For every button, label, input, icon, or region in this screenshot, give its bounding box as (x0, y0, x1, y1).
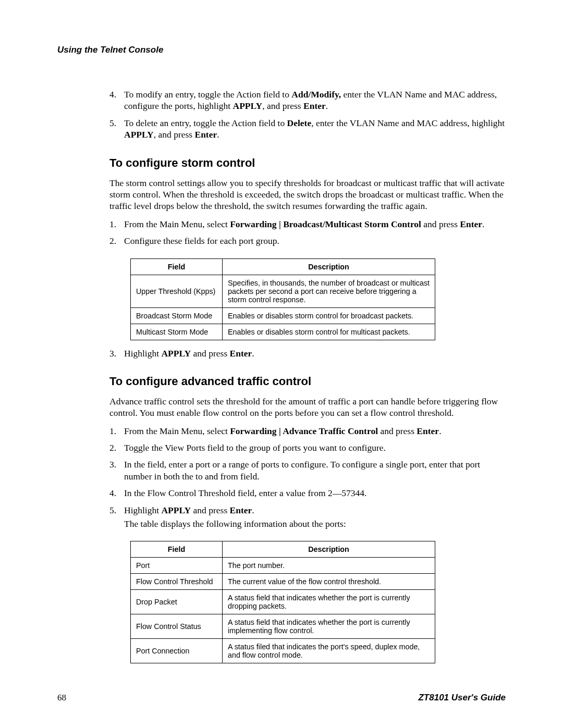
section1-para: The storm control settings allow you to … (109, 177, 506, 212)
table-cell-field: Multicast Storm Mode (131, 324, 223, 340)
list-number: 4. (109, 487, 116, 499)
list-item: 2.Configure these fields for each port g… (109, 235, 506, 246)
list-item: 1.From the Main Menu, select Forwarding … (109, 218, 506, 230)
page: Using the Telnet Console 4.To modify an … (0, 0, 563, 728)
list-text: In the Flow Control Threshold field, ent… (124, 488, 366, 498)
table-cell-desc: The current value of the flow control th… (223, 574, 435, 590)
table-cell-field: Broadcast Storm Mode (131, 307, 223, 324)
table-cell-field: Flow Control Status (131, 614, 223, 639)
list-item: 1.From the Main Menu, select Forwarding … (109, 425, 506, 437)
list-text: Configure these fields for each port gro… (124, 236, 279, 246)
traffic-table: Field Description PortThe port number.Fl… (130, 541, 435, 663)
list-number: 2. (109, 235, 116, 246)
list-text: Highlight APPLY and press Enter. (124, 505, 254, 515)
list-item: 4.In the Flow Control Threshold field, e… (109, 487, 506, 499)
list-text: Highlight APPLY and press Enter. (124, 348, 254, 359)
table-cell-desc: A status filed that indicates the port's… (223, 639, 435, 663)
table-row: PortThe port number. (131, 558, 435, 574)
section-heading-traffic: To configure advanced traffic control (109, 375, 506, 388)
list-text: To modify an entry, toggle the Action fi… (124, 89, 497, 111)
list-number: 3. (109, 459, 116, 470)
list-number: 3. (109, 348, 116, 359)
list-number: 1. (109, 425, 116, 437)
section1-list: 1.From the Main Menu, select Forwarding … (109, 218, 506, 247)
table-cell-field: Flow Control Threshold (131, 574, 223, 590)
table-row: Port ConnectionA status filed that indic… (131, 639, 435, 663)
list-item: 2.Toggle the View Ports field to the gro… (109, 442, 506, 453)
storm-table: Field Description Upper Threshold (Kpps)… (130, 258, 435, 340)
table-cell-field: Port Connection (131, 639, 223, 663)
list-text: Toggle the View Ports field to the group… (124, 442, 386, 453)
table-cell-field: Upper Threshold (Kpps) (131, 275, 223, 307)
table-row: Multicast Storm ModeEnables or disables … (131, 324, 435, 340)
section2-list: 1.From the Main Menu, select Forwarding … (109, 425, 506, 530)
list-number: 2. (109, 442, 116, 453)
list-text: From the Main Menu, select Forwarding | … (124, 426, 442, 436)
table-row: Flow Control ThresholdThe current value … (131, 574, 435, 590)
list-number: 5. (109, 117, 116, 129)
guide-label: ZT8101 User's Guide (418, 693, 506, 703)
table-head-field: Field (131, 258, 223, 275)
list-item: 3.In the field, enter a port or a range … (109, 459, 506, 482)
table-cell-desc: Enables or disables storm control for br… (223, 307, 435, 324)
table-cell-field: Drop Packet (131, 590, 223, 614)
intro-list: 4.To modify an entry, toggle the Action … (109, 89, 506, 141)
table-cell-desc: Enables or disables storm control for mu… (223, 324, 435, 340)
table-head-desc: Description (223, 541, 435, 558)
footer: 68 ZT8101 User's Guide (57, 693, 506, 703)
table-row: Flow Control StatusA status field that i… (131, 614, 435, 639)
list-text: From the Main Menu, select Forwarding | … (124, 219, 484, 229)
list-number: 5. (109, 504, 116, 516)
table-row: Broadcast Storm ModeEnables or disables … (131, 307, 435, 324)
table-row: Upper Threshold (Kpps)Specifies, in thou… (131, 275, 435, 307)
list-number: 4. (109, 89, 116, 100)
page-number: 68 (57, 693, 66, 703)
list-text: In the field, enter a port or a range of… (124, 459, 480, 481)
section2-para: Advance traffic control sets the thresho… (109, 396, 506, 419)
table-cell-desc: A status field that indicates whether th… (223, 614, 435, 639)
list-item: 4.To modify an entry, toggle the Action … (109, 89, 506, 112)
section-heading-storm: To configure storm control (109, 156, 506, 170)
list-text: To delete an entry, toggle the Action fi… (124, 118, 505, 140)
list-number: 1. (109, 218, 116, 230)
running-heading: Using the Telnet Console (57, 45, 506, 55)
body-content: 4.To modify an entry, toggle the Action … (57, 89, 506, 663)
list-item: 5.To delete an entry, toggle the Action … (109, 117, 506, 141)
table-cell-field: Port (131, 558, 223, 574)
table-row: Drop PacketA status field that indicates… (131, 590, 435, 614)
table-head-field: Field (131, 541, 223, 558)
table-head-desc: Description (223, 258, 435, 275)
list-subtext: The table displays the following informa… (124, 518, 506, 529)
list-item: 5.Highlight APPLY and press Enter.The ta… (109, 504, 506, 530)
table-cell-desc: Specifies, in thousands, the number of b… (223, 275, 435, 307)
table-cell-desc: A status field that indicates whether th… (223, 590, 435, 614)
table-cell-desc: The port number. (223, 558, 435, 574)
list-item: 3.Highlight APPLY and press Enter. (109, 348, 506, 359)
section1-list-after: 3.Highlight APPLY and press Enter. (109, 348, 506, 359)
